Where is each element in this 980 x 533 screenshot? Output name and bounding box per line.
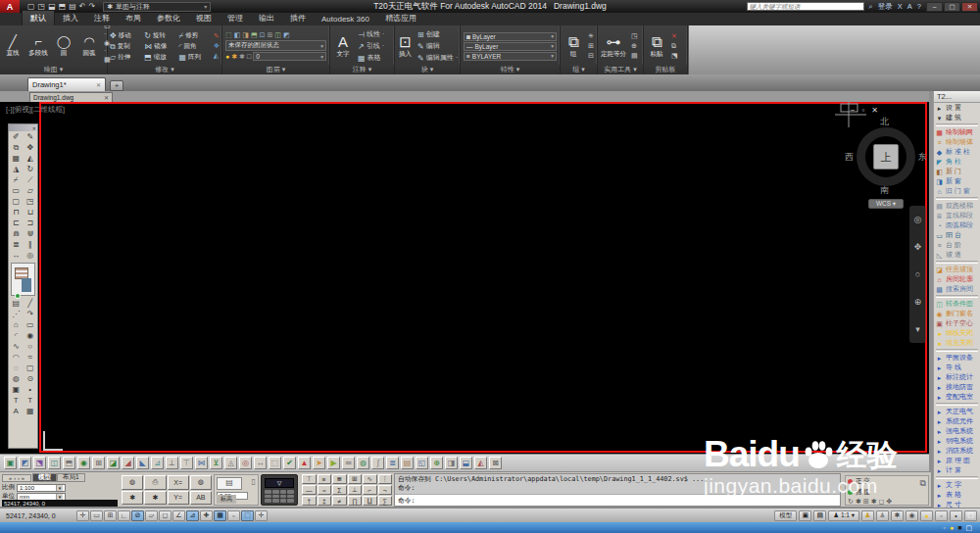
workspace-switcher[interactable]: ✱ 草图与注释 ▾: [103, 2, 211, 12]
system-tray-icon[interactable]: ▫: [943, 524, 945, 531]
dimension-tool-button[interactable]: ≠: [332, 496, 347, 506]
viewcube-north-label[interactable]: 北: [880, 116, 889, 128]
palette-tool-button[interactable]: ⋒: [9, 228, 24, 239]
sidebar-menu-item[interactable]: ▸ 设 置: [934, 103, 980, 113]
panel-label[interactable]: 特性 ▾: [461, 65, 560, 74]
layout-view-button[interactable]: ▤: [813, 510, 826, 521]
clipboard-mini-icon[interactable]: ⧉: [671, 42, 678, 50]
exchange-apps-icon[interactable]: X: [898, 2, 903, 11]
sidebar-menu-item[interactable]: ≡ 绘制墙体: [934, 137, 980, 147]
panel-label[interactable]: 注释 ▾: [330, 65, 394, 74]
palette-tool-button[interactable]: •: [24, 384, 38, 395]
tianzheng-tool-button[interactable]: ◢: [122, 457, 134, 469]
sidebar-menu-item[interactable]: ◪ 任意坡顶: [934, 265, 980, 274]
sidebar-menu-item[interactable]: ▸ 消防系统: [934, 446, 980, 456]
palette-tool-button[interactable]: ▱: [24, 185, 38, 196]
scale-select[interactable]: 1:100▾: [17, 484, 66, 492]
snap-cluster-icon[interactable]: ◻: [879, 498, 885, 506]
ribbon-tab[interactable]: 插件: [282, 11, 314, 25]
dimension-tool-button[interactable]: ⊤: [302, 474, 317, 484]
palette-tool-button[interactable]: ▭: [24, 319, 38, 330]
palette-tool-button[interactable]: ◉: [24, 330, 38, 341]
palette-tool-button[interactable]: ≣: [9, 239, 24, 250]
block-tool-button[interactable]: ✎编辑属性 ·: [417, 53, 458, 63]
dimension-tool-button[interactable]: ∐: [363, 496, 377, 506]
palette-tool-button[interactable]: ◭: [24, 153, 38, 164]
modify-tool-button[interactable]: ↻ 旋转: [144, 31, 176, 41]
palette-tool-button[interactable]: ✎: [24, 131, 38, 142]
panel-label[interactable]: 实用工具 ▾: [598, 65, 643, 74]
ribbon-tab[interactable]: 布局: [118, 11, 149, 25]
palette-tool-button[interactable]: T: [9, 395, 24, 406]
system-tray-icon[interactable]: ▢: [965, 524, 972, 532]
layout-view-button[interactable]: ▣: [799, 510, 811, 521]
sidebar-menu-item[interactable]: ▾ 建 筑: [934, 113, 980, 122]
sidebar-menu-item[interactable]: ▸ 系统元件: [934, 416, 980, 426]
layer-toggle-icon[interactable]: ✱: [239, 53, 245, 61]
snap-toggle-button[interactable]: ⊘: [131, 510, 144, 521]
tianzheng-tool-button[interactable]: ≣: [386, 457, 399, 469]
dimension-tool-button[interactable]: ∿: [363, 474, 377, 484]
block-tool-button[interactable]: ✎编辑: [417, 41, 440, 51]
palette-tool-button[interactable]: ▭: [9, 185, 24, 196]
taskbar-app-icon[interactable]: [118, 524, 124, 531]
search-input[interactable]: [747, 2, 864, 11]
layer-tool-icon[interactable]: ⬒: [251, 31, 258, 39]
palette-tool-button[interactable]: ▦: [24, 406, 38, 416]
sidebar-menu-item[interactable]: ▸ 标注统计: [934, 372, 980, 382]
group-mini-icon[interactable]: ⊞: [588, 42, 594, 50]
navigation-tool-icon[interactable]: ◎: [914, 215, 922, 224]
layer-tool-icon[interactable]: ◩: [283, 31, 290, 39]
signin-link[interactable]: 登录: [878, 2, 893, 12]
modify-mini-icon[interactable]: ◭: [214, 52, 220, 60]
palette-tool-button[interactable]: ✥: [24, 142, 38, 153]
file-tab-drawing1[interactable]: Drawing1* ✕: [27, 77, 106, 91]
tianzheng-tool-button[interactable]: ◪: [107, 457, 120, 469]
clipboard-icon[interactable]: ⧉: [920, 478, 926, 489]
clipboard-mini-icon[interactable]: ✕: [671, 32, 678, 40]
ribbon-tab[interactable]: 插入: [55, 11, 86, 25]
tianzheng-tool-button[interactable]: ∫: [371, 457, 384, 469]
sidebar-menu-item[interactable]: [936, 123, 978, 126]
sidebar-menu-item[interactable]: [936, 403, 978, 406]
drawing-canvas[interactable]: [-][俯视][二维线框] −▫✕ ✕ ✐✎⧉✥▦◭◮↻⌿⟋▭▱▢◳⊓⊔⊏⊐⋒⋓…: [0, 102, 929, 454]
snap-cluster-icon[interactable]: ✱: [871, 498, 877, 506]
palette-tool-button[interactable]: ⊐: [24, 218, 38, 228]
sidebar-menu-item[interactable]: ▸ 天正电气: [934, 407, 980, 416]
statusbar-tool-icon[interactable]: ●: [920, 510, 933, 521]
panel-label[interactable]: 绘图 ▾: [0, 65, 107, 74]
sidebar-menu-item[interactable]: ▸ 弱电系统: [934, 436, 980, 446]
snap-toggle-button[interactable]: ▫: [227, 510, 240, 521]
statusbar-tool-icon[interactable]: ▫: [935, 510, 948, 521]
property-dropdown[interactable]: — ByLayer▾: [464, 42, 557, 51]
tianzheng-tool-button[interactable]: ⊿: [151, 457, 164, 469]
snap-toggle-button[interactable]: ▱: [145, 510, 158, 521]
sidebar-menu-item[interactable]: ▦ 绘制轴网: [934, 127, 980, 137]
palette-tool-button[interactable]: ○: [24, 341, 38, 352]
system-tray-icon[interactable]: ●: [950, 524, 954, 531]
statusbar-tool-icon[interactable]: •: [950, 510, 962, 521]
tianzheng-tool-button[interactable]: ◩: [19, 457, 31, 469]
palette-tool-button[interactable]: ⊓: [9, 207, 24, 218]
tianzheng-tool-button[interactable]: ▶: [327, 457, 340, 469]
tianzheng-tool-button[interactable]: ⬓: [460, 457, 472, 469]
tianzheng-tool-button[interactable]: ⬚: [269, 457, 281, 469]
palette-tool-button[interactable]: ↷: [24, 309, 38, 319]
palette-tool-button[interactable]: ⊏: [9, 218, 24, 228]
palette-tool-button[interactable]: ⋓: [24, 228, 38, 239]
sidebar-menu-item[interactable]: ▭ 阳 台: [934, 230, 980, 240]
paste-button[interactable]: ⧉ 粘贴: [644, 34, 669, 59]
calculator-widget[interactable]: ▽: [261, 474, 298, 506]
snap-cluster-icon[interactable]: ↻: [848, 498, 854, 506]
sidebar-menu-item[interactable]: [936, 349, 978, 352]
sidebar-menu-item[interactable]: ▸ 平面设备: [934, 353, 980, 363]
layer-toggle-icon[interactable]: □: [247, 53, 251, 61]
statusbar-tool-icon[interactable]: ◉: [906, 510, 918, 521]
tianzheng-tool-button[interactable]: ═: [342, 457, 355, 469]
palette-title-bar[interactable]: ✕: [9, 124, 37, 131]
draw-tool-button[interactable]: ◠ 圆弧: [76, 35, 102, 58]
tianzheng-tool-button[interactable]: ◍: [357, 457, 369, 469]
tianzheng-tool-button[interactable]: ⊕: [430, 457, 443, 469]
restore-button[interactable]: ▢: [944, 2, 960, 12]
minimize-button[interactable]: –: [926, 2, 943, 12]
